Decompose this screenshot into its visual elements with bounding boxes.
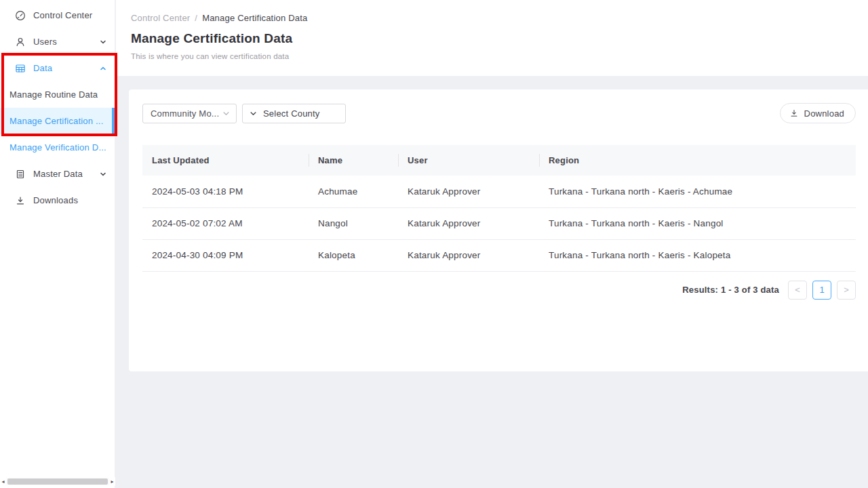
cell-user: Kataruk Approver <box>398 207 539 239</box>
download-button-label: Download <box>804 108 844 119</box>
sidebar-item-downloads[interactable]: Downloads <box>0 187 115 214</box>
pagination-next-button[interactable]: > <box>837 281 856 300</box>
cell-region: Turkana - Turkana north - Kaeris - Achum… <box>539 176 856 207</box>
sidebar-nav: Control Center Users Data Manage Routine… <box>0 0 115 214</box>
chevron-down-icon <box>100 171 106 178</box>
breadcrumb-current: Manage Certification Data <box>202 13 307 23</box>
sidebar-item-label: Master Data <box>33 169 100 179</box>
sidebar-item-label: Data <box>33 63 100 73</box>
cell-region: Turkana - Turkana north - Kaeris - Nango… <box>539 207 856 239</box>
user-icon <box>15 37 26 47</box>
table-row[interactable]: 2024-05-03 04:18 PM Achumae Kataruk Appr… <box>142 176 856 207</box>
sidebar-item-label: Users <box>33 37 100 47</box>
sidebar-item-label: Manage Routine Data <box>9 89 106 100</box>
sidebar-item-label: Downloads <box>33 195 106 205</box>
page-title: Manage Certification Data <box>131 31 854 46</box>
select-county-value: Select County <box>263 108 320 119</box>
download-button[interactable]: Download <box>780 103 856 123</box>
filter-row: Community Mo... Select County Download <box>142 103 856 123</box>
chevron-down-icon <box>100 39 106 45</box>
sidebar-item-label: Manage Certification ... <box>9 116 104 126</box>
table-row[interactable]: 2024-04-30 04:09 PM Kalopeta Kataruk App… <box>142 239 856 271</box>
main-content: Control Center / Manage Certification Da… <box>116 0 868 488</box>
certification-data-table: Last Updated Name User Region 2024-05-03… <box>142 145 856 272</box>
cell-user: Kataruk Approver <box>398 176 539 207</box>
sidebar-item-label: Control Center <box>33 10 106 20</box>
sidebar-item-manage-certification-data[interactable]: Manage Certification ... <box>0 108 115 134</box>
column-header-name: Name <box>309 145 398 176</box>
table-header-row: Last Updated Name User Region <box>142 145 856 176</box>
cell-user: Kataruk Approver <box>398 239 539 271</box>
pagination-prev-button[interactable]: < <box>788 281 807 300</box>
chevron-down-icon <box>222 110 230 117</box>
cell-last-updated: 2024-05-03 04:18 PM <box>142 176 309 207</box>
sidebar-item-control-center[interactable]: Control Center <box>0 2 115 28</box>
sidebar-item-label: Manage Verification D... <box>9 142 106 152</box>
cell-last-updated: 2024-04-30 04:09 PM <box>142 239 309 271</box>
sidebar-item-users[interactable]: Users <box>0 28 115 55</box>
cell-name: Nangol <box>309 207 398 239</box>
download-icon <box>15 195 26 206</box>
gauge-icon <box>15 10 26 21</box>
table-row[interactable]: 2024-05-02 07:02 AM Nangol Kataruk Appro… <box>142 207 856 239</box>
cell-region: Turkana - Turkana north - Kaeris - Kalop… <box>539 239 856 271</box>
breadcrumb-parent-link[interactable]: Control Center <box>131 13 190 23</box>
list-icon <box>15 169 26 180</box>
table-grid-icon <box>15 63 26 74</box>
cell-name: Achumae <box>309 176 398 207</box>
page-header: Control Center / Manage Certification Da… <box>116 0 868 76</box>
pagination: Results: 1 - 3 of 3 data < 1 > <box>142 281 856 300</box>
download-icon <box>789 108 799 118</box>
scrollbar-track[interactable] <box>6 478 109 485</box>
chevron-up-icon <box>100 65 106 72</box>
breadcrumb-separator: / <box>195 13 197 23</box>
pagination-page-1-button[interactable]: 1 <box>812 281 831 300</box>
sidebar-item-manage-routine-data[interactable]: Manage Routine Data <box>0 81 115 108</box>
column-header-user: User <box>398 145 539 176</box>
scroll-left-arrow-icon[interactable]: ◂ <box>0 478 6 485</box>
sidebar: Control Center Users Data Manage Routine… <box>0 0 115 488</box>
community-monitor-select-value: Community Mo... <box>151 108 222 119</box>
column-header-region: Region <box>539 145 856 176</box>
breadcrumb: Control Center / Manage Certification Da… <box>131 13 854 23</box>
scroll-right-arrow-icon[interactable]: ▸ <box>109 478 115 485</box>
sidebar-item-master-data[interactable]: Master Data <box>0 161 115 187</box>
select-county-dropdown[interactable]: Select County <box>242 104 346 123</box>
page-subtitle: This is where you can view certification… <box>131 52 854 60</box>
sidebar-horizontal-scrollbar[interactable]: ◂ ▸ <box>0 477 115 486</box>
content-card: Community Mo... Select County Download <box>129 89 868 371</box>
sidebar-item-manage-verification-data[interactable]: Manage Verification D... <box>0 134 115 161</box>
chevron-down-icon <box>250 110 257 117</box>
sidebar-item-data[interactable]: Data <box>0 55 115 81</box>
community-monitor-select[interactable]: Community Mo... <box>142 104 237 123</box>
cell-last-updated: 2024-05-02 07:02 AM <box>142 207 309 239</box>
column-header-last-updated: Last Updated <box>142 145 309 176</box>
cell-name: Kalopeta <box>309 239 398 271</box>
scrollbar-thumb[interactable] <box>7 479 108 485</box>
results-count: Results: 1 - 3 of 3 data <box>682 285 779 295</box>
